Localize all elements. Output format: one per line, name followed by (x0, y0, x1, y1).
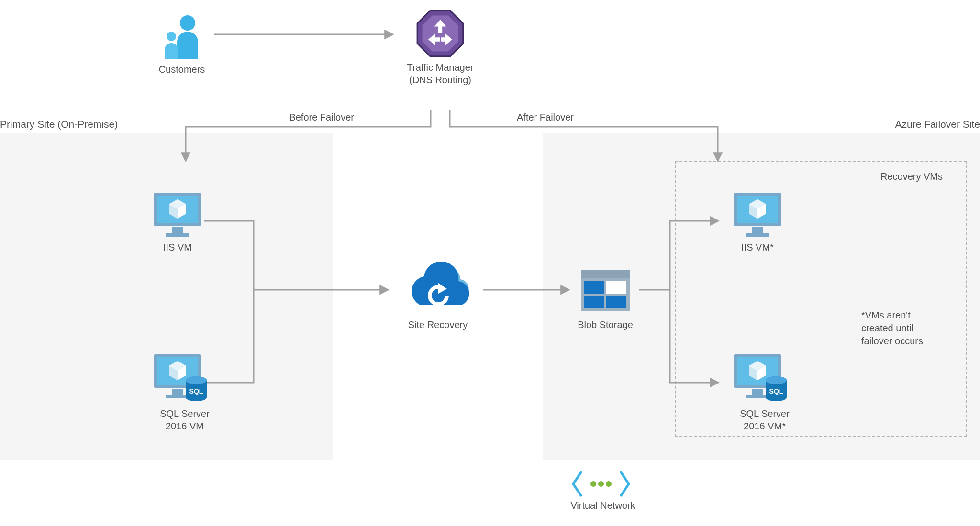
sql-vm-r-icon: SQL (731, 352, 789, 404)
svg-point-3 (180, 15, 195, 31)
note-text: *VMs aren't created until failover occur… (861, 309, 943, 348)
iis-vm-icon (151, 191, 204, 239)
site-recovery-icon (401, 262, 473, 315)
site-recovery-label: Site Recovery (402, 318, 474, 331)
svg-rect-23 (606, 296, 626, 308)
svg-rect-30 (752, 389, 763, 394)
svg-rect-21 (606, 281, 626, 294)
after-failover-label: After Failover (517, 111, 612, 123)
svg-point-16 (186, 376, 207, 384)
svg-rect-27 (746, 233, 769, 237)
svg-rect-13 (172, 389, 183, 394)
traffic-manager-icon (415, 9, 465, 58)
sql-vm-icon: SQL (151, 352, 209, 404)
svg-point-36 (598, 481, 604, 487)
svg-text:SQL: SQL (769, 387, 783, 395)
svg-text:SQL: SQL (189, 387, 203, 395)
svg-rect-9 (172, 227, 183, 233)
svg-rect-10 (166, 233, 189, 237)
svg-rect-26 (752, 227, 763, 233)
svg-rect-22 (584, 296, 604, 308)
blob-storage-label: Blob Storage (569, 318, 641, 331)
recovery-vms-box (675, 161, 967, 437)
traffic-manager-label: Traffic Manager (DNS Routing) (378, 61, 502, 86)
sql-vm-r-label: SQL Server 2016 VM* (717, 407, 813, 432)
svg-rect-20 (584, 281, 604, 294)
iis-vm-label: IIS VM (142, 241, 213, 253)
sql-vm-l1: SQL Server (160, 408, 210, 419)
virtual-network-icon (572, 471, 630, 497)
svg-point-33 (766, 376, 787, 384)
traffic-manager-title: Traffic Manager (407, 62, 474, 73)
svg-point-4 (167, 32, 176, 41)
customers-icon (158, 12, 206, 60)
svg-point-35 (590, 481, 596, 487)
svg-rect-19 (581, 270, 630, 278)
customers-label: Customers (139, 63, 225, 76)
primary-site-title: Primary Site (On-Premise) (0, 119, 118, 130)
virtual-network-label: Virtual Network (560, 499, 646, 512)
blob-storage-icon (580, 269, 631, 312)
recovery-vms-label: Recovery VMs (880, 171, 943, 182)
sql-vm-l2: 2016 VM (166, 421, 204, 431)
azure-failover-title: Azure Failover Site (895, 119, 980, 130)
before-failover-label: Before Failover (258, 111, 354, 123)
iis-vm-r-icon (731, 191, 784, 239)
traffic-manager-subtitle: (DNS Routing) (409, 75, 471, 85)
svg-point-37 (606, 481, 612, 487)
sql-vm-r-l2: 2016 VM* (744, 421, 786, 431)
iis-vm-r-label: IIS VM* (722, 241, 793, 253)
sql-vm-label: SQL Server 2016 VM (137, 407, 233, 432)
sql-vm-r-l1: SQL Server (740, 408, 790, 419)
